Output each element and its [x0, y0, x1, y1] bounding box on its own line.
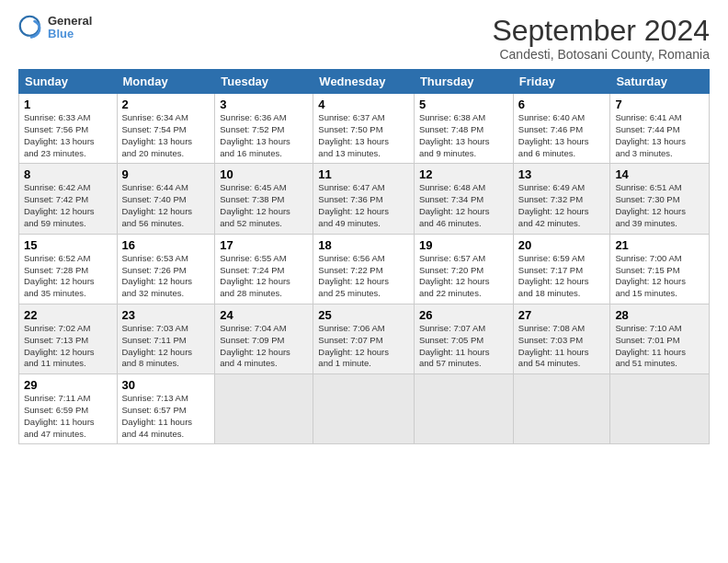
day-number: 17: [220, 238, 308, 252]
table-cell: 24Sunrise: 7:04 AM Sunset: 7:09 PM Dayli…: [215, 304, 313, 373]
table-cell: 5Sunrise: 6:38 AM Sunset: 7:48 PM Daylig…: [414, 94, 513, 164]
table-cell: 27Sunrise: 7:08 AM Sunset: 7:03 PM Dayli…: [513, 304, 610, 373]
day-number: 23: [122, 308, 210, 322]
col-thursday: Thursday: [414, 70, 513, 94]
day-info: Sunrise: 7:13 AM Sunset: 6:57 PM Dayligh…: [122, 393, 210, 440]
table-cell: 10Sunrise: 6:45 AM Sunset: 7:38 PM Dayli…: [215, 164, 313, 234]
day-number: 14: [615, 167, 704, 181]
day-info: Sunrise: 7:06 AM Sunset: 7:07 PM Dayligh…: [318, 323, 409, 370]
logo-line1: General: [48, 15, 92, 28]
table-cell: [513, 374, 610, 444]
table-cell: [215, 374, 313, 444]
day-number: 25: [318, 308, 409, 322]
day-number: 6: [518, 98, 606, 111]
table-cell: 18Sunrise: 6:56 AM Sunset: 7:22 PM Dayli…: [313, 234, 415, 304]
table-row: 29Sunrise: 7:11 AM Sunset: 6:59 PM Dayli…: [19, 374, 710, 444]
day-info: Sunrise: 7:08 AM Sunset: 7:03 PM Dayligh…: [518, 323, 606, 370]
day-number: 20: [518, 238, 606, 252]
table-cell: [414, 374, 513, 444]
day-info: Sunrise: 6:41 AM Sunset: 7:44 PM Dayligh…: [615, 112, 704, 159]
day-number: 19: [419, 238, 508, 252]
day-number: 1: [24, 98, 112, 111]
day-info: Sunrise: 6:51 AM Sunset: 7:30 PM Dayligh…: [615, 182, 704, 229]
day-number: 30: [122, 378, 210, 392]
day-number: 3: [220, 98, 308, 111]
table-cell: 23Sunrise: 7:03 AM Sunset: 7:11 PM Dayli…: [117, 304, 215, 373]
day-number: 22: [24, 308, 112, 322]
day-info: Sunrise: 6:55 AM Sunset: 7:24 PM Dayligh…: [220, 253, 308, 300]
day-number: 27: [518, 308, 606, 322]
svg-point-0: [20, 17, 40, 36]
day-number: 15: [24, 238, 112, 252]
logo-line2: Blue: [48, 28, 92, 40]
table-cell: 7Sunrise: 6:41 AM Sunset: 7:44 PM Daylig…: [610, 94, 710, 164]
day-info: Sunrise: 6:34 AM Sunset: 7:54 PM Dayligh…: [122, 112, 210, 159]
table-cell: 13Sunrise: 6:49 AM Sunset: 7:32 PM Dayli…: [513, 164, 610, 234]
col-friday: Friday: [513, 70, 610, 94]
day-info: Sunrise: 6:49 AM Sunset: 7:32 PM Dayligh…: [518, 182, 606, 229]
table-cell: 16Sunrise: 6:53 AM Sunset: 7:26 PM Dayli…: [117, 234, 215, 304]
table-cell: 30Sunrise: 7:13 AM Sunset: 6:57 PM Dayli…: [117, 374, 215, 444]
day-info: Sunrise: 7:04 AM Sunset: 7:09 PM Dayligh…: [220, 323, 308, 370]
table-cell: 21Sunrise: 7:00 AM Sunset: 7:15 PM Dayli…: [610, 234, 710, 304]
day-info: Sunrise: 6:36 AM Sunset: 7:52 PM Dayligh…: [220, 112, 308, 159]
table-cell: 9Sunrise: 6:44 AM Sunset: 7:40 PM Daylig…: [117, 164, 215, 234]
logo-text: General Blue: [48, 15, 92, 41]
day-info: Sunrise: 6:37 AM Sunset: 7:50 PM Dayligh…: [318, 112, 409, 159]
day-number: 28: [615, 308, 704, 322]
title-area: September 2024 Candesti, Botosani County…: [492, 15, 710, 62]
day-info: Sunrise: 7:00 AM Sunset: 7:15 PM Dayligh…: [615, 253, 704, 300]
table-row: 8Sunrise: 6:42 AM Sunset: 7:42 PM Daylig…: [19, 164, 710, 234]
table-cell: 2Sunrise: 6:34 AM Sunset: 7:54 PM Daylig…: [117, 94, 215, 164]
day-info: Sunrise: 6:42 AM Sunset: 7:42 PM Dayligh…: [24, 182, 112, 229]
table-cell: 29Sunrise: 7:11 AM Sunset: 6:59 PM Dayli…: [19, 374, 118, 444]
table-cell: 12Sunrise: 6:48 AM Sunset: 7:34 PM Dayli…: [414, 164, 513, 234]
day-number: 10: [220, 167, 308, 181]
table-cell: 3Sunrise: 6:36 AM Sunset: 7:52 PM Daylig…: [215, 94, 313, 164]
day-info: Sunrise: 7:07 AM Sunset: 7:05 PM Dayligh…: [419, 323, 508, 370]
table-cell: 11Sunrise: 6:47 AM Sunset: 7:36 PM Dayli…: [313, 164, 415, 234]
logo-icon: [18, 15, 44, 40]
table-cell: 19Sunrise: 6:57 AM Sunset: 7:20 PM Dayli…: [414, 234, 513, 304]
day-number: 29: [24, 378, 112, 392]
day-info: Sunrise: 6:53 AM Sunset: 7:26 PM Dayligh…: [122, 253, 210, 300]
day-info: Sunrise: 6:33 AM Sunset: 7:56 PM Dayligh…: [24, 112, 112, 159]
table-cell: 26Sunrise: 7:07 AM Sunset: 7:05 PM Dayli…: [414, 304, 513, 373]
col-wednesday: Wednesday: [313, 70, 415, 94]
calendar-page: General Blue September 2024 Candesti, Bo…: [0, 0, 728, 454]
day-info: Sunrise: 6:38 AM Sunset: 7:48 PM Dayligh…: [419, 112, 508, 159]
table-row: 15Sunrise: 6:52 AM Sunset: 7:28 PM Dayli…: [19, 234, 710, 304]
table-cell: 1Sunrise: 6:33 AM Sunset: 7:56 PM Daylig…: [19, 94, 118, 164]
col-saturday: Saturday: [610, 70, 710, 94]
day-number: 12: [419, 167, 508, 181]
day-info: Sunrise: 6:48 AM Sunset: 7:34 PM Dayligh…: [419, 182, 508, 229]
header: General Blue September 2024 Candesti, Bo…: [18, 15, 710, 62]
day-number: 7: [615, 98, 704, 111]
day-number: 21: [615, 238, 704, 252]
day-info: Sunrise: 6:59 AM Sunset: 7:17 PM Dayligh…: [518, 253, 606, 300]
table-cell: 14Sunrise: 6:51 AM Sunset: 7:30 PM Dayli…: [610, 164, 710, 234]
table-cell: 15Sunrise: 6:52 AM Sunset: 7:28 PM Dayli…: [19, 234, 118, 304]
day-number: 13: [518, 167, 606, 181]
table-cell: [313, 374, 415, 444]
day-info: Sunrise: 6:56 AM Sunset: 7:22 PM Dayligh…: [318, 253, 409, 300]
day-number: 26: [419, 308, 508, 322]
day-info: Sunrise: 7:03 AM Sunset: 7:11 PM Dayligh…: [122, 323, 210, 370]
col-sunday: Sunday: [19, 70, 118, 94]
day-number: 11: [318, 167, 409, 181]
calendar-table: Sunday Monday Tuesday Wednesday Thursday…: [18, 69, 710, 444]
day-number: 18: [318, 238, 409, 252]
day-info: Sunrise: 6:44 AM Sunset: 7:40 PM Dayligh…: [122, 182, 210, 229]
table-cell: 17Sunrise: 6:55 AM Sunset: 7:24 PM Dayli…: [215, 234, 313, 304]
calendar-subtitle: Candesti, Botosani County, Romania: [492, 47, 710, 62]
table-cell: 8Sunrise: 6:42 AM Sunset: 7:42 PM Daylig…: [19, 164, 118, 234]
day-info: Sunrise: 6:47 AM Sunset: 7:36 PM Dayligh…: [318, 182, 409, 229]
table-cell: 4Sunrise: 6:37 AM Sunset: 7:50 PM Daylig…: [313, 94, 415, 164]
day-info: Sunrise: 7:02 AM Sunset: 7:13 PM Dayligh…: [24, 323, 112, 370]
day-number: 4: [318, 98, 409, 111]
day-number: 2: [122, 98, 210, 111]
table-cell: 25Sunrise: 7:06 AM Sunset: 7:07 PM Dayli…: [313, 304, 415, 373]
table-cell: 28Sunrise: 7:10 AM Sunset: 7:01 PM Dayli…: [610, 304, 710, 373]
col-monday: Monday: [117, 70, 215, 94]
day-info: Sunrise: 6:40 AM Sunset: 7:46 PM Dayligh…: [518, 112, 606, 159]
